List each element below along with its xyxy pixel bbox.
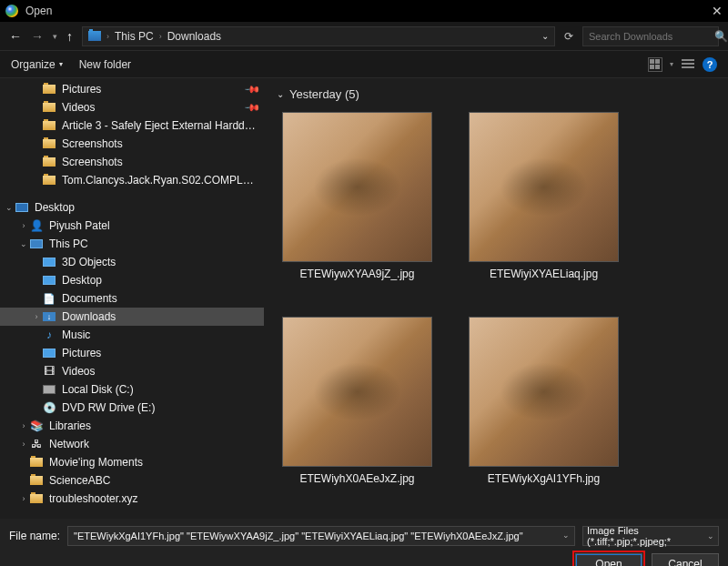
- file-item[interactable]: ETEWiyhX0AEeJxZ.jpg: [282, 317, 432, 485]
- documents-icon: 📄: [42, 292, 56, 305]
- sidebar-item-3dobjects[interactable]: 3D Objects: [0, 253, 264, 271]
- file-name: ETEWiyhX0AEeJxZ.jpg: [299, 472, 414, 485]
- breadcrumb-root[interactable]: This PC: [115, 30, 154, 43]
- main-area: Pictures📌 Videos📌 Article 3 - Safely Eje…: [0, 78, 728, 519]
- file-item[interactable]: ETEWiyiXYAELiaq.jpg: [469, 112, 619, 280]
- sidebar-item-videos[interactable]: Videos📌: [0, 98, 264, 116]
- address-dropdown-icon[interactable]: ⌄: [541, 31, 549, 41]
- sidebar-item-tomclancys[interactable]: Tom.Clancys.Jack.Ryan.S02.COMPLETE.720p.…: [0, 171, 264, 189]
- filename-input[interactable]: [67, 526, 575, 546]
- chevron-down-icon: ⌄: [707, 531, 714, 541]
- filename-label: File name:: [9, 530, 60, 542]
- sidebar-item-screenshots2[interactable]: Screenshots: [0, 153, 264, 171]
- back-button[interactable]: ←: [9, 29, 22, 44]
- sidebar-item-libraries[interactable]: ›📚Libraries: [0, 417, 264, 435]
- pin-icon: 📌: [243, 98, 260, 116]
- expand-icon[interactable]: ›: [18, 421, 29, 430]
- filename-history-dropdown[interactable]: ⌄: [562, 531, 570, 540]
- file-name: ETEWiywXYAA9jZ_.jpg: [300, 268, 415, 280]
- chevron-right-icon: ›: [159, 32, 162, 41]
- expand-icon[interactable]: ›: [31, 312, 42, 321]
- collapse-icon: ⌄: [277, 89, 284, 99]
- file-list: ⌄ Yesterday (5) ETEWiywXYAA9jZ_.jpg ETEW…: [264, 78, 728, 519]
- file-name: ETEWiykXgAI1YFh.jpg: [488, 472, 600, 485]
- collapse-icon[interactable]: ⌄: [4, 203, 15, 212]
- new-folder-button[interactable]: New folder: [79, 58, 131, 71]
- titlebar: Open ✕: [0, 0, 728, 22]
- sidebar-item-pictures2[interactable]: Pictures: [0, 344, 264, 362]
- sidebar-item-music[interactable]: ♪Music: [0, 326, 264, 344]
- dvd-icon: 💿: [42, 401, 56, 414]
- sidebar-item-documents[interactable]: 📄Documents: [0, 289, 264, 308]
- sidebar-item-desktop-root[interactable]: ⌄Desktop: [0, 198, 264, 217]
- libraries-icon: 📚: [29, 419, 44, 432]
- sidebar-item-article3[interactable]: Article 3 - Safely Eject External Harddr…: [0, 116, 264, 135]
- file-item[interactable]: ETEWiywXYAA9jZ_.jpg: [282, 112, 432, 280]
- open-button[interactable]: Open: [575, 553, 642, 566]
- network-icon: 🖧: [29, 438, 44, 450]
- group-label: Yesterday (5): [289, 87, 359, 101]
- sidebar-item-desktop[interactable]: Desktop: [0, 271, 264, 289]
- file-type-filter[interactable]: Image Files (*.tiff;*.pjp;*.pjpeg;* ⌄: [582, 526, 719, 546]
- recent-dropdown[interactable]: ▾: [53, 32, 57, 41]
- file-item[interactable]: ETEWiykXgAI1YFh.jpg: [469, 317, 619, 485]
- thumbnail-image: [282, 317, 432, 467]
- close-icon[interactable]: ✕: [712, 4, 723, 18]
- filter-label: Image Files (*.tiff;*.pjp;*.pjpeg;*: [587, 525, 707, 547]
- collapse-icon[interactable]: ⌄: [18, 239, 29, 248]
- chevron-right-icon: ›: [106, 32, 109, 41]
- help-icon[interactable]: ?: [703, 57, 717, 72]
- forward-button[interactable]: →: [31, 29, 44, 44]
- sidebar-item-scienceabc[interactable]: ScienceABC: [0, 471, 264, 490]
- breadcrumb-current[interactable]: Downloads: [167, 30, 221, 43]
- disk-icon: [43, 385, 56, 394]
- refresh-button[interactable]: ⟳: [564, 30, 573, 43]
- search-icon: 🔍: [714, 30, 728, 43]
- cancel-button[interactable]: Cancel: [652, 553, 719, 566]
- downloads-folder-icon: [88, 31, 101, 41]
- sidebar-item-moments[interactable]: Movie'ing Moments: [0, 453, 264, 471]
- search-box[interactable]: 🔍: [582, 26, 719, 46]
- expand-icon[interactable]: ›: [18, 440, 29, 449]
- thumbnail-image: [469, 112, 619, 262]
- sidebar-item-network[interactable]: ›🖧Network: [0, 435, 264, 453]
- downloads-icon: ↓: [43, 312, 56, 321]
- pin-icon: 📌: [243, 80, 260, 97]
- expand-icon[interactable]: ›: [18, 221, 29, 230]
- music-icon: ♪: [42, 328, 56, 341]
- organize-menu[interactable]: Organize▾: [11, 58, 63, 71]
- sidebar-item-downloads[interactable]: ›↓Downloads: [0, 308, 264, 326]
- sidebar-item-user[interactable]: ›👤Piyush Patel: [0, 217, 264, 235]
- chrome-icon: [5, 5, 18, 17]
- videos-icon: 🎞: [42, 365, 56, 378]
- view-thumbnails-icon[interactable]: [648, 57, 662, 72]
- up-button[interactable]: ↑: [66, 29, 73, 44]
- view-dropdown-icon[interactable]: ▾: [670, 60, 673, 68]
- expand-icon[interactable]: ›: [18, 494, 29, 503]
- sidebar-item-localdisk[interactable]: Local Disk (C:): [0, 380, 264, 399]
- sidebar-item-dvd[interactable]: 💿DVD RW Drive (E:): [0, 399, 264, 417]
- footer: File name: ⌄ Image Files (*.tiff;*.pjp;*…: [0, 519, 728, 566]
- thumbnail-image: [282, 112, 432, 262]
- command-bar: Organize▾ New folder ▾ ?: [0, 51, 728, 78]
- sidebar-item-troubleshooter[interactable]: ›troubleshooter.xyz: [0, 490, 264, 508]
- user-icon: 👤: [29, 219, 44, 232]
- address-bar[interactable]: › This PC › Downloads ⌄: [82, 26, 555, 46]
- sidebar-item-videos2[interactable]: 🎞Videos: [0, 362, 264, 380]
- thumbnail-image: [469, 317, 619, 467]
- sidebar-item-thispc[interactable]: ⌄This PC: [0, 235, 264, 253]
- sidebar-item-screenshots1[interactable]: Screenshots: [0, 135, 264, 153]
- preview-pane-icon[interactable]: [681, 57, 695, 72]
- window-title: Open: [25, 5, 712, 17]
- group-header-yesterday[interactable]: ⌄ Yesterday (5): [273, 82, 719, 106]
- sidebar-item-pictures[interactable]: Pictures📌: [0, 80, 264, 98]
- nav-toolbar: ← → ▾ ↑ › This PC › Downloads ⌄ ⟳ 🔍: [0, 22, 728, 51]
- search-input[interactable]: [589, 31, 714, 42]
- file-name: ETEWiyiXYAELiaq.jpg: [490, 268, 598, 280]
- navigation-pane: Pictures📌 Videos📌 Article 3 - Safely Eje…: [0, 78, 264, 519]
